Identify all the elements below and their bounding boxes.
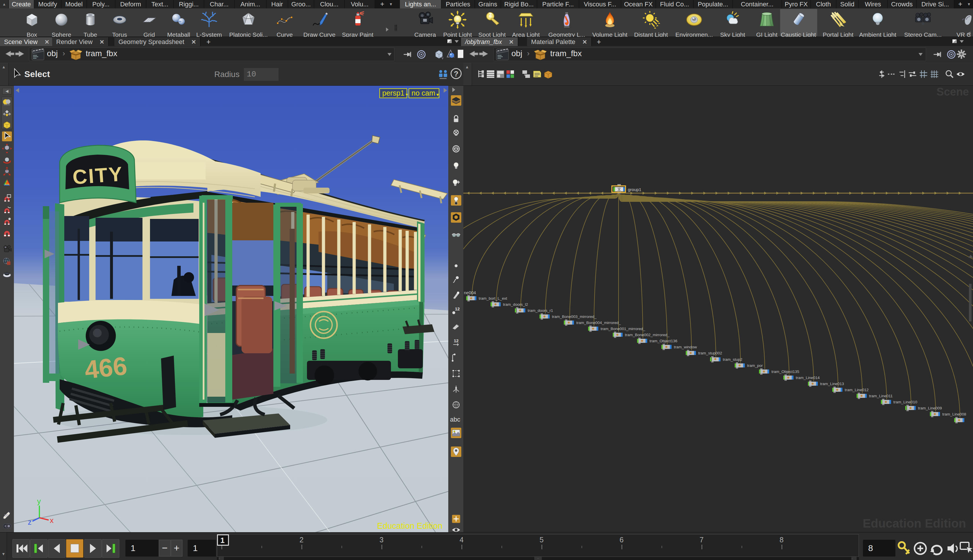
svg-text:z: z (28, 518, 32, 527)
svg-text:▼: ▼ (405, 92, 409, 97)
svg-text:tram_Line012: tram_Line012 (845, 388, 869, 392)
svg-text:tram_Line013: tram_Line013 (820, 382, 844, 386)
svg-text:tram_Bone003_mirrored_: tram_Bone003_mirrored_ (552, 315, 596, 319)
svg-text:tram_Bone002_mirrored_: tram_Bone002_mirrored_ (625, 333, 670, 337)
svg-text:ne004: ne004 (464, 290, 476, 295)
svg-text:persp1: persp1 (382, 89, 404, 97)
svg-text:5: 5 (540, 536, 543, 544)
svg-text:tram_Line011: tram_Line011 (869, 394, 893, 398)
svg-text:CITY: CITY (72, 162, 124, 188)
svg-text:2: 2 (300, 536, 303, 544)
svg-text:12: 12 (455, 307, 460, 311)
svg-text:▼: ▼ (435, 92, 440, 97)
svg-text:tram_doors_l2: tram_doors_l2 (503, 302, 528, 307)
svg-text:12: 12 (454, 338, 459, 343)
svg-text:tram_Bone001_mirrored_: tram_Bone001_mirrored_ (601, 327, 645, 331)
svg-text:tram_Object135: tram_Object135 (771, 370, 799, 374)
svg-text:tram_stup2: tram_stup2 (723, 357, 743, 362)
svg-text:tram_stup002: tram_stup002 (698, 351, 722, 355)
svg-text:tram_Bone004_mirrored_: tram_Bone004_mirrored_ (576, 320, 621, 325)
svg-text:6: 6 (620, 536, 624, 544)
svg-text:tram_por: tram_por (747, 363, 763, 368)
svg-text:group1: group1 (628, 187, 641, 192)
svg-text:no cam: no cam (412, 89, 435, 97)
svg-text:3: 3 (380, 536, 384, 544)
svg-text:tram_bort_L_ext: tram_bort_L_ext (479, 296, 507, 300)
svg-text:Scene: Scene (936, 86, 969, 98)
svg-text:466: 466 (83, 351, 128, 384)
svg-text:tram_Line014: tram_Line014 (796, 375, 820, 380)
svg-text:4: 4 (460, 536, 464, 544)
svg-text:tram_Object136: tram_Object136 (650, 339, 677, 343)
svg-text:tram_doors_r1: tram_doors_r1 (528, 308, 553, 313)
svg-text:Education Edition: Education Edition (377, 521, 443, 530)
svg-text:8: 8 (780, 536, 784, 544)
svg-text:7: 7 (700, 536, 704, 544)
svg-text:tram_Line008: tram_Line008 (942, 412, 966, 417)
svg-text:y: y (37, 497, 41, 505)
svg-text:x: x (50, 516, 53, 525)
svg-text:tram_Line009: tram_Line009 (918, 406, 942, 410)
svg-text:tram_Line010: tram_Line010 (893, 400, 917, 404)
svg-text:Education Edition: Education Edition (863, 517, 966, 530)
svg-text:1: 1 (220, 536, 225, 545)
svg-text:tram_window: tram_window (674, 345, 697, 349)
